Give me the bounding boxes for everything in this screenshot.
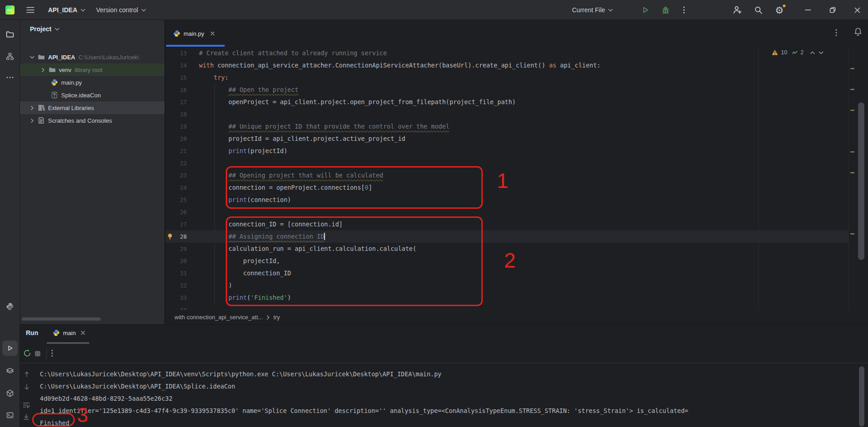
chevron-collapsed-icon — [31, 106, 34, 110]
minimize-button[interactable] — [805, 0, 811, 20]
restore-button[interactable] — [829, 0, 836, 20]
run-tab-label: main — [63, 330, 76, 336]
line-number: 26 — [165, 206, 187, 218]
tree-item-label: External Libraries — [48, 105, 94, 111]
tool-window-project-button[interactable] — [6, 30, 14, 38]
annotation-label-2: 2 — [504, 248, 516, 273]
breadcrumb-item[interactable]: try — [273, 314, 280, 321]
line-number: 23 — [165, 169, 187, 182]
stripe-warning-mark[interactable] — [850, 68, 854, 69]
tree-item-path: C:\Users\LukasJuricek\ — [78, 54, 139, 61]
tab-label: main.py — [184, 30, 204, 37]
tree-item-external-libraries[interactable]: External Libraries — [20, 101, 165, 114]
line-number: 22 — [165, 157, 187, 169]
run-console[interactable]: C:\Users\LukasJuricek\Desktop\API_IDEA\v… — [40, 368, 863, 427]
tool-window-python-packages-button[interactable] — [6, 389, 14, 397]
tab-close-icon[interactable] — [210, 31, 215, 36]
settings-button[interactable]: ⚙ — [775, 0, 784, 20]
python-file-icon — [51, 79, 58, 86]
close-button[interactable] — [854, 0, 860, 20]
code-with-me-button[interactable] — [733, 0, 742, 20]
tool-window-services-button[interactable] — [6, 368, 14, 374]
line-number: 32 — [165, 279, 187, 292]
project-widget-label: API_IDEA — [48, 6, 78, 14]
inspections-widget[interactable]: 10 2 — [771, 47, 824, 58]
arrow-down-icon — [24, 384, 30, 390]
code-text: openProject = api_client.project.open_pr… — [199, 98, 516, 106]
chevron-down-icon — [141, 9, 146, 12]
stripe-warning-mark[interactable] — [850, 172, 854, 173]
services-layers-icon — [6, 368, 14, 374]
project-horizontal-scrollbar[interactable] — [22, 317, 101, 321]
next-occurrence-button[interactable] — [24, 384, 30, 390]
debug-bug-icon — [661, 6, 670, 14]
tree-item-main-py[interactable]: main.py — [20, 76, 165, 89]
console-line: C:\Users\LukasJuricek\Desktop\API_IDEA\v… — [40, 368, 863, 380]
editor-tab-main-py[interactable]: main.py — [173, 30, 215, 37]
tree-item-venv[interactable]: venv library root — [20, 63, 165, 76]
hamburger-icon — [26, 7, 34, 13]
prev-problem-icon[interactable] — [810, 51, 815, 54]
line-number: 25 — [165, 194, 187, 206]
tree-item-project-root[interactable]: API_IDEA C:\Users\LukasJuricek\ — [20, 51, 165, 63]
run-tool-window: Run main — [20, 324, 868, 427]
run-tab-underline — [47, 342, 89, 344]
console-line: id=1 identifier='125e1389-c4d3-47f4-9c39… — [40, 405, 863, 417]
prev-occurrence-button[interactable] — [24, 371, 30, 378]
tree-item-scratches[interactable]: Scratches and Consoles — [20, 114, 165, 127]
console-more-options-button[interactable] — [51, 350, 53, 357]
tree-item-splice-ideacon[interactable]: Splice.ideaCon — [20, 89, 165, 101]
editor-vertical-scrollbar[interactable] — [858, 102, 864, 260]
breadcrumb-item[interactable]: with connection_api_service_att... — [175, 314, 263, 321]
left-tool-strip — [0, 20, 20, 427]
line-number: 13 — [165, 47, 187, 59]
code-text: ## Open the project — [199, 86, 298, 93]
next-problem-icon[interactable] — [819, 51, 824, 54]
chevron-down-icon — [55, 28, 59, 31]
kebab-menu-icon — [51, 350, 53, 357]
line-number: 34 — [165, 304, 187, 310]
main-menu-button[interactable] — [26, 0, 34, 20]
run-configuration-selector[interactable]: Current File — [572, 0, 613, 20]
rerun-button[interactable] — [23, 349, 32, 358]
line-number: 27 — [165, 218, 187, 230]
annotation-label-1: 1 — [497, 168, 509, 193]
run-icon — [641, 6, 650, 14]
notifications-button[interactable] — [853, 27, 863, 37]
scroll-to-end-button[interactable] — [23, 413, 30, 421]
project-panel-header[interactable]: Project — [30, 25, 59, 33]
editor-tab-options-button[interactable] — [835, 29, 837, 36]
kebab-menu-icon — [683, 6, 685, 14]
run-tab-main[interactable]: main — [53, 329, 85, 336]
project-tool-window: Project API_IDEA C:\Users\LukasJuricek\ … — [20, 20, 165, 324]
debug-button[interactable] — [661, 0, 670, 20]
stripe-warning-mark[interactable] — [850, 233, 854, 235]
console-vertical-scrollbar[interactable] — [859, 366, 864, 427]
soft-wrap-button[interactable] — [23, 402, 30, 408]
stripe-warning-mark[interactable] — [850, 151, 854, 153]
warning-triangle-icon — [771, 49, 778, 56]
tool-window-run-button[interactable] — [2, 341, 18, 356]
run-button[interactable] — [641, 0, 650, 20]
code-text: try: — [199, 74, 228, 81]
intention-bulb-icon[interactable] — [167, 233, 173, 240]
stop-button[interactable] — [34, 350, 41, 357]
code-line: 16 ## Open the project — [165, 84, 849, 96]
line-number: 16 — [165, 84, 187, 96]
folder-icon — [38, 53, 45, 61]
code-line: 17 openProject = api_client.project.open… — [165, 96, 849, 108]
vcs-widget[interactable]: Version control — [96, 0, 146, 20]
line-number: 18 — [165, 108, 187, 120]
tab-close-icon[interactable] — [81, 331, 85, 335]
stripe-warning-mark[interactable] — [850, 89, 854, 90]
more-actions-button[interactable] — [683, 0, 685, 20]
project-widget[interactable]: API_IDEA — [48, 0, 85, 20]
more-tool-windows-button[interactable] — [6, 76, 14, 79]
tool-window-terminal-button[interactable] — [6, 412, 14, 419]
tool-window-structure-button[interactable] — [6, 53, 14, 60]
search-everywhere-button[interactable] — [754, 0, 763, 20]
tool-window-python-console-button[interactable] — [6, 302, 14, 311]
breadcrumb-separator-icon — [267, 315, 270, 320]
line-number: 14 — [165, 59, 187, 72]
stripe-warning-mark[interactable] — [850, 110, 854, 111]
